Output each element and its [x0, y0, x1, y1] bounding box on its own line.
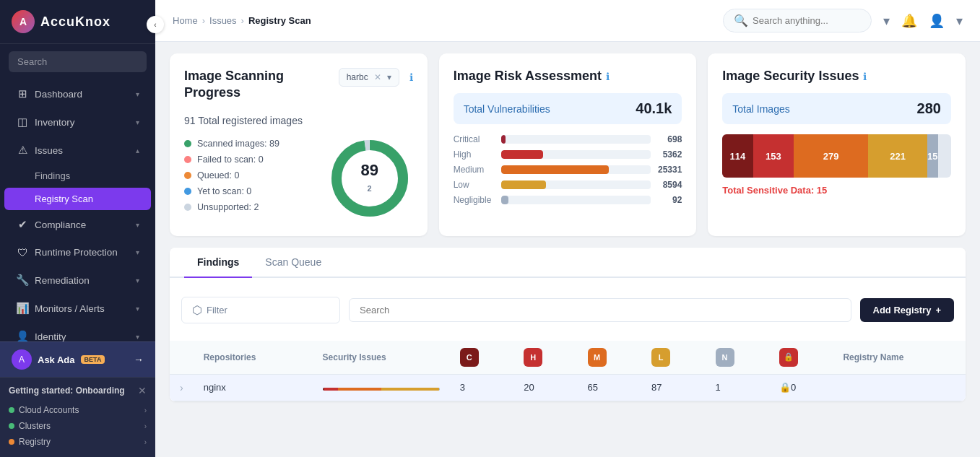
expand-icon[interactable]: ›: [180, 382, 183, 393]
risk-row-high: High 5362: [454, 149, 682, 160]
col-repositories[interactable]: Repositories: [194, 341, 313, 375]
filter-button[interactable]: ⬡ Filter: [181, 297, 340, 323]
row-expand-cell[interactable]: ›: [170, 374, 194, 401]
legend-dot-green: [184, 140, 191, 147]
risk-bar-critical: [501, 135, 506, 144]
topbar-search-input[interactable]: [753, 15, 861, 26]
breadcrumb-sep2: ›: [241, 15, 244, 26]
sidebar-item-runtime-protection[interactable]: 🛡 Runtime Protection ▾: [4, 239, 151, 266]
stacked-bar-chart: 114 153 279 221 15: [722, 134, 951, 178]
ada-arrow-icon: →: [134, 354, 144, 365]
row-critical-count: 3: [450, 374, 513, 401]
onboarding-cloud-label: Cloud Accounts: [19, 405, 79, 415]
risk-bar-bg: [501, 165, 651, 174]
chevron-icon: ▾: [136, 221, 139, 229]
legend-label: Yet to scan: 0: [197, 186, 251, 196]
user-icon[interactable]: 👤: [929, 13, 945, 29]
topbar-search-box[interactable]: 🔍: [723, 9, 872, 32]
col-security-issues[interactable]: Security Issues: [313, 341, 450, 375]
sidebar-item-monitors-alerts[interactable]: 📊 Monitors / Alerts ▾: [4, 295, 151, 322]
total-images-label: Total Images: [732, 103, 789, 115]
filter-tag-close-icon[interactable]: ✕: [374, 72, 381, 82]
risk-card-title: Image Risk Assessment: [454, 68, 602, 84]
table-row: › nginx: [170, 374, 966, 401]
notifications-icon[interactable]: 🔔: [901, 13, 917, 29]
row-sensitive-count: 🔒0: [769, 374, 833, 401]
sidebar-item-label: Monitors / Alerts: [35, 303, 105, 314]
col-expand: [170, 341, 194, 375]
risk-critical-count: 698: [656, 134, 682, 144]
col-registry-name[interactable]: Registry Name: [833, 341, 966, 375]
filter-chevron-icon[interactable]: ▾: [387, 72, 391, 82]
chevron-icon: ▾: [136, 277, 139, 284]
total-vuln-count: 40.1k: [636, 100, 672, 117]
badge-negligible: N: [716, 348, 734, 367]
dropdown-icon[interactable]: ▾: [883, 13, 890, 29]
risk-medium-count: 25331: [656, 165, 682, 175]
sidebar-item-issues[interactable]: ⚠ Issues ▴: [4, 136, 151, 164]
scanning-progress-card: Image Scanning Progress harbc ✕ ▾ ℹ 91 T…: [170, 53, 428, 236]
col-low: L: [641, 341, 705, 375]
security-info-icon[interactable]: ℹ: [863, 71, 867, 82]
onboarding-item-clusters[interactable]: Clusters ›: [9, 418, 147, 434]
sidebar-item-inventory[interactable]: ◫ Inventory ▾: [4, 108, 151, 136]
sidebar-item-identity[interactable]: 👤 Identity ▾: [4, 323, 151, 341]
legend-dot-red: [184, 156, 191, 163]
sidebar-item-compliance[interactable]: ✔ Compliance ▾: [4, 211, 151, 238]
risk-bar-bg: [501, 135, 651, 144]
sidebar-search-container: [0, 44, 155, 79]
chevron-icon: ▾: [136, 333, 139, 341]
breadcrumb-issues[interactable]: Issues: [209, 15, 237, 26]
risk-bar-bg: [501, 150, 651, 159]
risk-info-icon[interactable]: ℹ: [606, 71, 610, 82]
risk-high-label: High: [454, 149, 495, 160]
col-high: H: [513, 341, 577, 375]
onboarding-item-registry[interactable]: Registry ›: [9, 434, 147, 450]
sidebar-search-input[interactable]: [9, 51, 147, 72]
page-content: Image Scanning Progress harbc ✕ ▾ ℹ 91 T…: [155, 42, 980, 457]
risk-bars: Critical 698 High 5362 Med: [454, 134, 682, 205]
sidebar: A AccuKnox ‹ ⊞ Dashboard ▾ ◫ Inventory ▾…: [0, 0, 155, 457]
segment-negligible: 15: [927, 134, 937, 178]
sensitive-data-label: Total Sensitive Data:: [722, 185, 817, 196]
risk-assessment-card: Image Risk Assessment ℹ Total Vulnerabil…: [439, 53, 697, 236]
sidebar-collapse-button[interactable]: ‹: [147, 16, 164, 33]
sensitive-data-value: 15: [817, 185, 827, 196]
info-icon[interactable]: ℹ: [409, 71, 413, 83]
sidebar-subitem-label: Registry Scan: [35, 193, 93, 204]
filter-input-text: Filter: [207, 305, 227, 315]
filter-tag-text: harbc: [347, 72, 368, 82]
table-search-input[interactable]: [349, 298, 851, 322]
sidebar-item-dashboard[interactable]: ⊞ Dashboard ▾: [4, 80, 151, 108]
breadcrumb-home[interactable]: Home: [173, 15, 198, 26]
risk-row-low: Low 8594: [454, 180, 682, 190]
total-images-count: 280: [917, 100, 941, 117]
mini-bar-medium: [338, 388, 381, 391]
sidebar-item-remediation[interactable]: 🔧 Remediation ▾: [4, 266, 151, 294]
tabs-row: Findings Scan Queue: [170, 248, 966, 278]
tab-findings[interactable]: Findings: [184, 248, 252, 278]
add-registry-button[interactable]: Add Registry +: [860, 298, 955, 322]
col-sensitive: 🔒: [769, 341, 833, 375]
legend-label: Unsupported: 2: [197, 202, 259, 212]
badge-high: H: [524, 348, 542, 367]
legend-label: Failed to scan: 0: [197, 154, 264, 165]
sidebar-item-findings[interactable]: Findings: [4, 165, 151, 187]
legend-dot-blue: [184, 188, 191, 195]
onboarding-close-button[interactable]: ✕: [138, 385, 147, 396]
onboarding-item-cloud[interactable]: Cloud Accounts ›: [9, 402, 147, 418]
donut-label: 892: [360, 162, 378, 194]
ask-ada-button[interactable]: A Ask Ada BETA →: [0, 341, 155, 377]
ada-label: Ask Ada: [38, 354, 75, 365]
total-vuln-label: Total Vulnerabilities: [464, 103, 550, 115]
risk-bar-bg: [501, 180, 651, 189]
sidebar-item-registry-scan[interactable]: Registry Scan: [4, 188, 151, 210]
chevron-up-icon: ▴: [136, 147, 139, 154]
more-dropdown-icon[interactable]: ▾: [956, 13, 963, 29]
filter-tag[interactable]: harbc ✕ ▾: [339, 68, 399, 87]
col-negligible: N: [706, 341, 769, 375]
badge-medium: M: [588, 348, 607, 367]
sidebar-item-label: Identity: [35, 331, 66, 342]
repo-name-text: nginx: [204, 382, 226, 393]
tab-scan-queue[interactable]: Scan Queue: [252, 248, 334, 278]
